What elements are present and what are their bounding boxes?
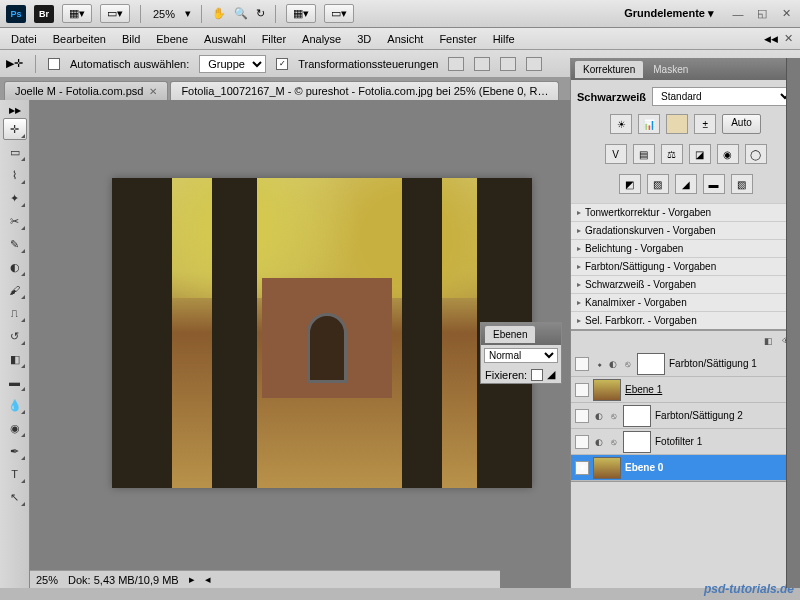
brush-tool[interactable]: 🖌 (3, 279, 27, 301)
menu-bild[interactable]: Bild (115, 30, 147, 48)
status-docsize[interactable]: Dok: 5,43 MB/10,9 MB (68, 574, 179, 586)
auto-button[interactable]: Auto (722, 114, 761, 134)
exposure-icon[interactable]: ± (694, 114, 716, 134)
extras-button[interactable]: ▭▾ (324, 4, 354, 23)
visibility-toggle[interactable] (575, 357, 589, 371)
close-icon[interactable]: ✕ (778, 7, 794, 21)
hue-icon[interactable]: ▤ (633, 144, 655, 164)
preset-item[interactable]: Farbton/Sättigung - Vorgaben (571, 257, 800, 275)
zoom-icon[interactable]: 🔍 (234, 7, 248, 20)
layer-row[interactable]: ◐⎋ Fotofilter 1 (571, 429, 800, 455)
close-icon[interactable]: ✕ (149, 86, 157, 97)
gradient-tool[interactable]: ▬ (3, 371, 27, 393)
lock-more-icon[interactable]: ◢ (547, 368, 555, 381)
menu-ansicht[interactable]: Ansicht (380, 30, 430, 48)
layer-name[interactable]: Ebene 1 (625, 384, 796, 395)
tab-korrekturen[interactable]: Korrekturen (575, 61, 643, 78)
threshold-icon[interactable]: ◢ (675, 174, 697, 194)
bridge-icon[interactable]: Br (34, 5, 54, 23)
layer-thumb[interactable] (623, 405, 651, 427)
move-tool[interactable]: ✛ (3, 118, 27, 140)
preset-item[interactable]: Tonwertkorrektur - Vorgaben (571, 203, 800, 221)
mixer-icon[interactable]: ◉ (717, 144, 739, 164)
menu-3d[interactable]: 3D (350, 30, 378, 48)
layer-name[interactable]: Ebene 0 (625, 462, 796, 473)
history-brush-tool[interactable]: ↺ (3, 325, 27, 347)
arrange-button[interactable]: ▦▾ (286, 4, 316, 23)
menu-analyse[interactable]: Analyse (295, 30, 348, 48)
visibility-toggle[interactable]: 👁 (575, 461, 589, 475)
collapse-icon[interactable]: ▶▶ (0, 104, 29, 117)
eyedropper-tool[interactable]: ✎ (3, 233, 27, 255)
bw-icon[interactable]: ◪ (689, 144, 711, 164)
align3-icon[interactable] (500, 57, 516, 71)
arrange-docs-button[interactable]: ▦▾ (62, 4, 92, 23)
layer-thumb[interactable] (623, 431, 651, 453)
blend-mode-select[interactable]: Normal (484, 348, 558, 363)
stamp-tool[interactable]: ⎍ (3, 302, 27, 324)
rotate-icon[interactable]: ↻ (256, 7, 265, 20)
workspace-switcher[interactable]: Grundelemente ▾ (616, 5, 722, 22)
distribute-icon[interactable] (526, 57, 542, 71)
visibility-toggle[interactable] (575, 435, 589, 449)
lock-pixels-icon[interactable] (531, 369, 543, 381)
posterize-icon[interactable]: ▨ (647, 174, 669, 194)
tint-icon[interactable] (666, 114, 688, 134)
align-icon[interactable] (448, 57, 464, 71)
document-canvas[interactable] (112, 178, 532, 488)
layer-row[interactable]: ◐⎋ Farbton/Sättigung 2 (571, 403, 800, 429)
layer-name[interactable]: Farbton/Sättigung 1 (669, 358, 796, 369)
photoshop-icon[interactable]: Ps (6, 5, 26, 23)
auto-select-dropdown[interactable]: Gruppe (199, 55, 266, 73)
path-tool[interactable]: ↖ (3, 486, 27, 508)
blur-tool[interactable]: 💧 (3, 394, 27, 416)
transform-checkbox[interactable]: ✓ (276, 58, 288, 70)
menu-hilfe[interactable]: Hilfe (486, 30, 522, 48)
menu-filter[interactable]: Filter (255, 30, 293, 48)
selective-icon[interactable]: ▧ (731, 174, 753, 194)
layer-thumb[interactable] (593, 379, 621, 401)
layer-name[interactable]: Farbton/Sättigung 2 (655, 410, 796, 421)
brightness-icon[interactable]: ☀ (610, 114, 632, 134)
preset-item[interactable]: Belichtung - Vorgaben (571, 239, 800, 257)
move-tool-preset-icon[interactable]: ▶✛ (6, 57, 23, 70)
levels-icon[interactable]: 📊 (638, 114, 660, 134)
pen-tool[interactable]: ✒ (3, 440, 27, 462)
visibility-toggle[interactable] (575, 383, 589, 397)
maximize-icon[interactable]: ◱ (754, 7, 770, 21)
crop-tool[interactable]: ✂ (3, 210, 27, 232)
layer-name[interactable]: Fotofilter 1 (655, 436, 796, 447)
status-zoom[interactable]: 25% (36, 574, 58, 586)
layer-row[interactable]: ⬥◐⎋ Farbton/Sättigung 1 (571, 351, 800, 377)
menu-auswahl[interactable]: Auswahl (197, 30, 253, 48)
preset-item[interactable]: Sel. Farbkorr. - Vorgaben (571, 311, 800, 329)
layer-thumb[interactable] (593, 457, 621, 479)
wand-tool[interactable]: ✦ (3, 187, 27, 209)
type-tool[interactable]: T (3, 463, 27, 485)
align2-icon[interactable] (474, 57, 490, 71)
menu-bearbeiten[interactable]: Bearbeiten (46, 30, 113, 48)
preset-item[interactable]: Schwarzweiß - Vorgaben (571, 275, 800, 293)
healing-tool[interactable]: ◐ (3, 256, 27, 278)
hand-icon[interactable]: ✋ (212, 7, 226, 20)
screen-mode-button[interactable]: ▭▾ (100, 4, 130, 23)
gradient-map-icon[interactable]: ▬ (703, 174, 725, 194)
tab-ebenen[interactable]: Ebenen (485, 326, 535, 343)
auto-select-checkbox[interactable] (48, 58, 60, 70)
panel-collapse-icon[interactable]: ◀◀ (764, 34, 778, 44)
layer-thumb[interactable] (637, 353, 665, 375)
lasso-tool[interactable]: ⌇ (3, 164, 27, 186)
eraser-tool[interactable]: ◧ (3, 348, 27, 370)
vibrance-icon[interactable]: V (605, 144, 627, 164)
layer-row[interactable]: Ebene 1 (571, 377, 800, 403)
tab-masken[interactable]: Masken (645, 61, 696, 78)
menu-fenster[interactable]: Fenster (432, 30, 483, 48)
document-tab[interactable]: Fotolia_10072167_M - © pureshot - Fotoli… (170, 81, 559, 100)
clip-icon[interactable]: ◧ (762, 335, 774, 347)
collapsed-dock[interactable] (786, 58, 800, 588)
layer-row[interactable]: 👁 Ebene 0 (571, 455, 800, 481)
balance-icon[interactable]: ⚖ (661, 144, 683, 164)
zoom-level[interactable]: 25% (151, 6, 177, 22)
doc-close-icon[interactable]: ✕ (780, 32, 796, 46)
dodge-tool[interactable]: ◉ (3, 417, 27, 439)
